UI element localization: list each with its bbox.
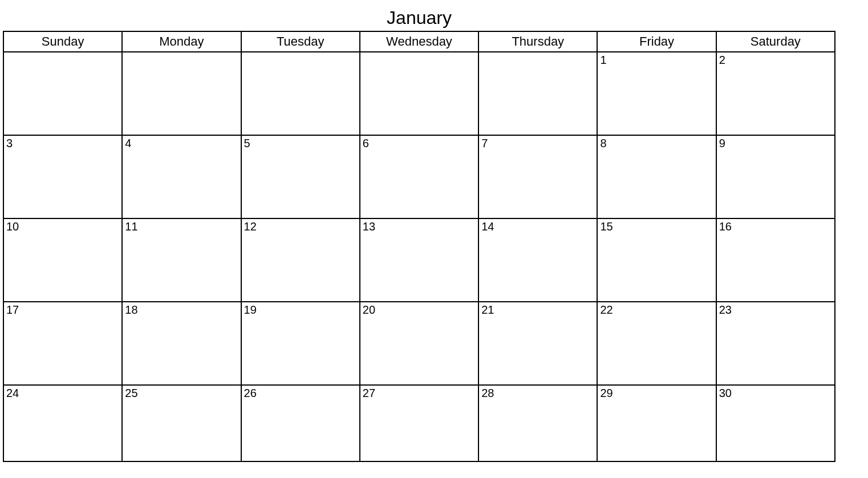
- calendar-container: January Sunday Monday Tuesday Wednesday …: [3, 3, 835, 462]
- week-row: 1 2: [3, 52, 835, 135]
- day-cell[interactable]: 6: [360, 135, 478, 218]
- day-cell[interactable]: 25: [122, 385, 241, 461]
- day-header-saturday: Saturday: [716, 31, 835, 52]
- day-cell[interactable]: 3: [3, 135, 122, 218]
- day-cell[interactable]: 1: [597, 52, 716, 135]
- day-cell[interactable]: 20: [360, 302, 478, 385]
- day-header-monday: Monday: [122, 31, 241, 52]
- day-cell[interactable]: 29: [597, 385, 716, 461]
- month-title: January: [3, 3, 835, 31]
- day-cell[interactable]: 10: [3, 218, 122, 302]
- day-cell[interactable]: 24: [3, 385, 122, 461]
- day-cell[interactable]: 12: [241, 218, 360, 302]
- week-row: 10 11 12 13 14 15 16: [3, 218, 835, 302]
- day-cell[interactable]: 8: [597, 135, 716, 218]
- week-row: 3 4 5 6 7 8 9: [3, 135, 835, 218]
- calendar-table: Sunday Monday Tuesday Wednesday Thursday…: [3, 31, 835, 462]
- day-cell[interactable]: [122, 52, 241, 135]
- day-cell[interactable]: 26: [241, 385, 360, 461]
- day-cell[interactable]: 2: [716, 52, 835, 135]
- week-row: 17 18 19 20 21 22 23: [3, 302, 835, 385]
- day-cell[interactable]: 5: [241, 135, 360, 218]
- day-header-tuesday: Tuesday: [241, 31, 360, 52]
- day-cell[interactable]: 28: [478, 385, 597, 461]
- day-header-sunday: Sunday: [3, 31, 122, 52]
- day-cell[interactable]: [478, 52, 597, 135]
- day-cell[interactable]: 14: [478, 218, 597, 302]
- day-cell[interactable]: 13: [360, 218, 478, 302]
- day-cell[interactable]: [360, 52, 478, 135]
- day-cell[interactable]: 9: [716, 135, 835, 218]
- day-cell[interactable]: 22: [597, 302, 716, 385]
- day-cell[interactable]: 23: [716, 302, 835, 385]
- day-header-friday: Friday: [597, 31, 716, 52]
- day-cell[interactable]: 4: [122, 135, 241, 218]
- day-header-row: Sunday Monday Tuesday Wednesday Thursday…: [3, 31, 835, 52]
- day-cell[interactable]: 18: [122, 302, 241, 385]
- day-cell[interactable]: 7: [478, 135, 597, 218]
- day-cell[interactable]: 17: [3, 302, 122, 385]
- day-cell[interactable]: [3, 52, 122, 135]
- day-cell[interactable]: [241, 52, 360, 135]
- week-row: 24 25 26 27 28 29 30: [3, 385, 835, 461]
- day-cell[interactable]: 19: [241, 302, 360, 385]
- day-cell[interactable]: 30: [716, 385, 835, 461]
- day-cell[interactable]: 15: [597, 218, 716, 302]
- day-cell[interactable]: 21: [478, 302, 597, 385]
- day-cell[interactable]: 16: [716, 218, 835, 302]
- day-header-thursday: Thursday: [478, 31, 597, 52]
- day-cell[interactable]: 27: [360, 385, 478, 461]
- day-header-wednesday: Wednesday: [360, 31, 478, 52]
- day-cell[interactable]: 11: [122, 218, 241, 302]
